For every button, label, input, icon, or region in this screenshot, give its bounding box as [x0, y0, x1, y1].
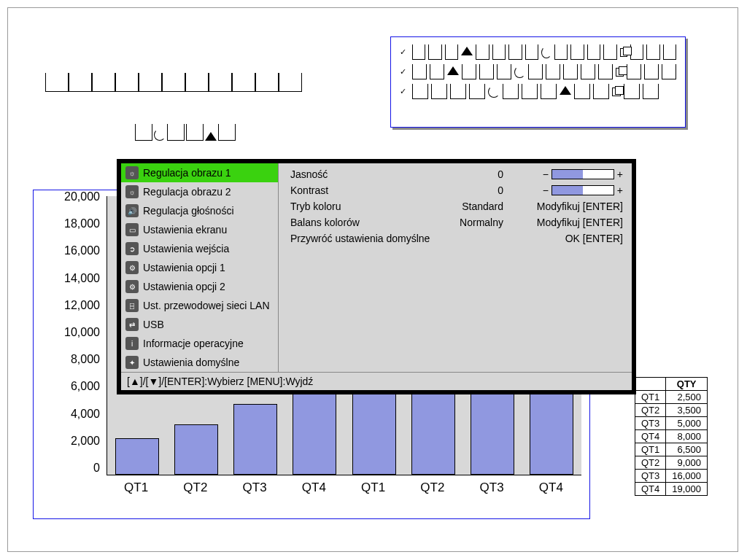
osd-menu-item[interactable]: ⇄USB — [121, 315, 278, 334]
chart-bar — [352, 383, 396, 475]
contrast-label: Kontrast — [289, 182, 451, 198]
sun-icon: ☼ — [125, 166, 139, 179]
chart-bar — [233, 404, 277, 475]
table-row: QT29,000 — [635, 456, 708, 470]
osd-menu-item[interactable]: ✦Ustawienia domyślne — [121, 353, 278, 372]
osd-menu-label: Informacje operacyjne — [143, 338, 244, 349]
lan-icon: ⌸ — [125, 299, 139, 312]
colormode-label: Tryb koloru — [289, 198, 451, 214]
colormode-value: Standard — [451, 198, 505, 214]
table-row: QT16,500 — [635, 443, 708, 456]
screen-icon: ▭ — [125, 223, 139, 236]
restore-action[interactable]: OK [ENTER] — [505, 230, 624, 246]
osd-menu-item[interactable]: ▭Ustawienia ekranu — [121, 220, 278, 239]
osd-right-pane: Jasność 0 − + Kontrast 0 − + Tryb koloru… — [279, 163, 632, 372]
qty-table: QTY QT12,500QT23,500QT35,000QT48,000QT16… — [635, 377, 708, 496]
restore-label: Przywróć ustawienia domyślne — [289, 230, 505, 246]
balance-label: Balans kolorów — [289, 214, 451, 230]
osd-menu-item[interactable]: ➲Ustawienia wejścia — [121, 239, 278, 258]
osd-menu-item[interactable]: ⚙Ustawienia opcji 1 — [121, 258, 278, 277]
osd-menu-item[interactable]: ⌸Ust. przewodowej sieci LAN — [121, 296, 278, 315]
table-row: QT48,000 — [635, 430, 708, 443]
balance-value: Normalny — [451, 214, 505, 230]
table-row: QT419,000 — [635, 483, 708, 496]
osd-menu-label: Ustawienia wejścia — [143, 243, 229, 254]
table-row: QT12,500 — [635, 391, 708, 404]
qty-header: QTY — [666, 378, 708, 391]
contrast-value: 0 — [451, 182, 505, 198]
osd-menu-label: Ustawienia opcji 2 — [143, 281, 225, 292]
osd-menu-item[interactable]: 🔊Regulacja głośności — [121, 201, 278, 220]
brightness-label: Jasność — [289, 166, 451, 182]
osd-footer: [▲]/[▼]/[ENTER]:Wybierz [MENU]:Wyjdź — [121, 372, 632, 390]
brightness-slider[interactable]: − + — [543, 168, 623, 180]
triangle-icon — [205, 132, 217, 141]
balance-action[interactable]: Modyfikuj [ENTER] — [505, 214, 624, 230]
osd-left-pane: ☼Regulacja obrazu 1☼Regulacja obrazu 2🔊R… — [121, 163, 279, 372]
osd-menu-label: Ustawienia opcji 1 — [143, 262, 225, 273]
osd-menu-label: Ust. przewodowej sieci LAN — [143, 300, 270, 311]
table-row: QT35,000 — [635, 417, 708, 430]
speaker-icon: 🔊 — [125, 204, 139, 217]
osd-menu[interactable]: ☼Regulacja obrazu 1☼Regulacja obrazu 2🔊R… — [117, 159, 636, 394]
contrast-slider[interactable]: − + — [543, 184, 623, 196]
osd-menu-label: USB — [143, 319, 164, 330]
sparkle-icon: ✦ — [125, 356, 139, 369]
placeholder-row-top — [45, 73, 302, 92]
chart-bar — [115, 438, 159, 475]
placeholder-symbols — [135, 124, 236, 141]
brightness-value: 0 — [451, 166, 505, 182]
legend-line-3 — [400, 84, 676, 99]
osd-menu-label: Ustawienia ekranu — [143, 224, 227, 236]
osd-menu-label: Regulacja obrazu 1 — [143, 167, 231, 179]
osd-menu-label: Regulacja głośności — [143, 205, 234, 217]
table-row: QT316,000 — [635, 470, 708, 483]
colormode-action[interactable]: Modyfikuj [ENTER] — [505, 198, 624, 214]
wrench-icon: ⚙ — [125, 261, 139, 274]
info-icon: i — [125, 337, 139, 350]
osd-menu-item[interactable]: ⚙Ustawienia opcji 2 — [121, 277, 278, 296]
osd-menu-item[interactable]: ☼Regulacja obrazu 2 — [121, 182, 278, 201]
usb-icon: ⇄ — [125, 318, 139, 331]
legend-box — [390, 36, 686, 128]
chart-bar — [174, 424, 218, 475]
legend-line-1 — [400, 44, 676, 60]
legend-line-2 — [400, 64, 676, 79]
osd-menu-label: Regulacja obrazu 2 — [143, 186, 231, 198]
osd-menu-item[interactable]: iInformacje operacyjne — [121, 334, 278, 353]
chart-x-labels: QT1QT2QT3QT4QT1QT2QT3QT4 — [107, 481, 581, 495]
sun-icon: ☼ — [125, 185, 139, 198]
osd-menu-item[interactable]: ☼Regulacja obrazu 1 — [121, 163, 278, 182]
table-row: QT23,500 — [635, 404, 708, 417]
osd-menu-label: Ustawienia domyślne — [143, 357, 239, 368]
wrench-icon: ⚙ — [125, 280, 139, 293]
input-icon: ➲ — [125, 242, 139, 255]
chart-y-axis: 20,00018,00016,00014,00012,00010,0008,00… — [34, 190, 103, 475]
